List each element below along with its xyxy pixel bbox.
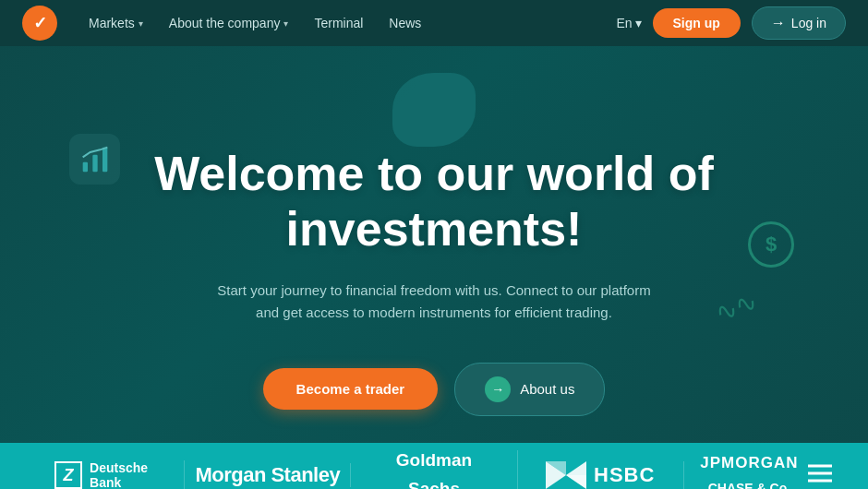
svg-marker-6 — [566, 475, 586, 489]
chart-icon-decoration — [69, 134, 120, 185]
hero-title: Welcome to our world of investments! — [154, 147, 714, 257]
nav-right: En ▾ Sign up → Log in — [616, 6, 846, 40]
partner-morgan-stanley[interactable]: Morgan Stanley — [185, 463, 351, 487]
partners-bar: Z DeutscheBank Morgan Stanley Goldman Sa… — [0, 443, 868, 489]
logo[interactable]: ✓ — [22, 6, 57, 41]
hero-subtitle: Start your journey to financial freedom … — [212, 280, 656, 324]
login-icon: → — [771, 15, 786, 31]
hero-section: $ ∿∿ Welcome to our world of investments… — [0, 46, 868, 443]
partner-deutsche[interactable]: Z DeutscheBank — [18, 460, 185, 489]
chart-icon — [80, 145, 110, 174]
svg-rect-1 — [92, 154, 97, 172]
nav-markets[interactable]: Markets ▾ — [89, 16, 143, 30]
blob-decoration — [392, 73, 476, 147]
partner-goldman-sachs[interactable]: Goldman Sachs — [351, 450, 517, 489]
arrow-right-icon: → — [485, 376, 511, 402]
svg-rect-0 — [82, 161, 87, 172]
hsbc-logo-icon — [546, 461, 586, 489]
language-selector[interactable]: En ▾ — [616, 16, 641, 30]
signup-button[interactable]: Sign up — [653, 8, 741, 38]
dollar-icon-decoration: $ — [748, 221, 794, 268]
partner-jpmorgan[interactable]: JPMORGAN CHASE & Co. — [684, 454, 850, 489]
nav-news[interactable]: News — [389, 16, 421, 30]
chevron-down-icon: ▾ — [635, 16, 642, 30]
nav-terminal[interactable]: Terminal — [314, 16, 363, 30]
become-trader-button[interactable]: Become a trader — [263, 368, 439, 410]
login-button[interactable]: → Log in — [752, 6, 846, 40]
nav-about[interactable]: About the company ▾ — [169, 16, 289, 30]
deutsche-bank-logo: Z — [54, 461, 82, 489]
navbar: ✓ Markets ▾ About the company ▾ Terminal… — [0, 0, 868, 46]
wave-decoration: ∿∿ — [711, 286, 762, 329]
svg-rect-2 — [102, 147, 107, 172]
jpmorgan-logo-icon — [806, 461, 834, 489]
nav-links: Markets ▾ About the company ▾ Terminal N… — [89, 16, 607, 30]
chevron-down-icon: ▾ — [283, 18, 288, 29]
logo-icon: ✓ — [33, 13, 47, 33]
about-us-button[interactable]: → About us — [454, 363, 605, 416]
chevron-down-icon: ▾ — [139, 18, 143, 29]
hero-buttons: Become a trader → About us — [263, 363, 606, 416]
partner-hsbc[interactable]: HSBC — [518, 461, 684, 489]
